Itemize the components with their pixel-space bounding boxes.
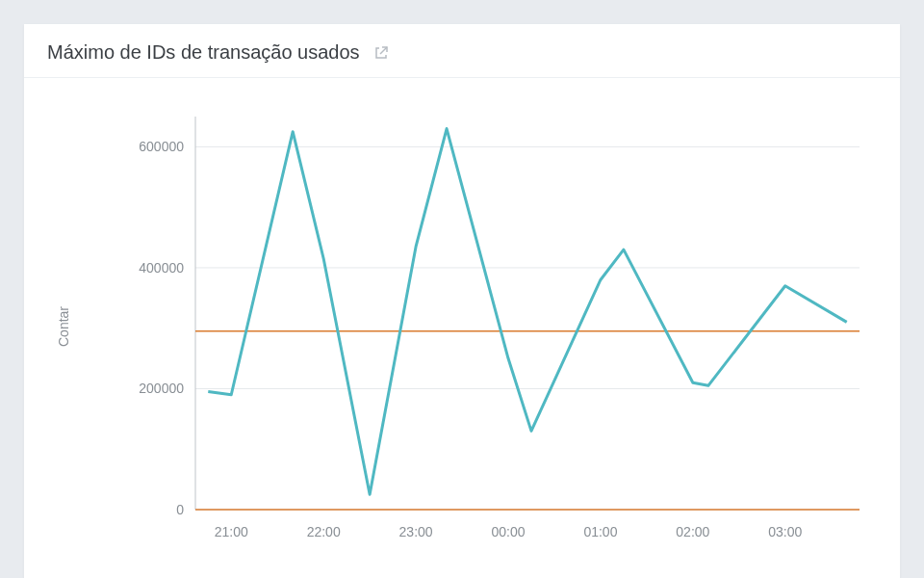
chart-svg: 020000040000060000021:0022:0023:0000:000… bbox=[109, 105, 869, 558]
x-tick-label: 00:00 bbox=[491, 524, 525, 539]
y-tick-label: 0 bbox=[176, 502, 184, 517]
x-tick-label: 01:00 bbox=[583, 524, 617, 539]
data-series-line bbox=[208, 129, 846, 495]
chart-card: Máximo de IDs de transação usados Contar… bbox=[24, 24, 900, 578]
y-tick-label: 200000 bbox=[139, 381, 184, 396]
plot-area: 020000040000060000021:0022:0023:0000:000… bbox=[109, 105, 881, 558]
x-tick-label: 21:00 bbox=[215, 524, 248, 539]
x-tick-label: 02:00 bbox=[676, 524, 709, 539]
y-axis-label: Contar bbox=[56, 305, 71, 346]
x-tick-label: 22:00 bbox=[307, 524, 341, 539]
external-link-icon[interactable] bbox=[373, 45, 389, 61]
chart-body: Contar 020000040000060000021:0022:0023:0… bbox=[24, 78, 900, 574]
x-tick-label: 03:00 bbox=[768, 524, 802, 539]
card-header: Máximo de IDs de transação usados bbox=[24, 24, 900, 78]
y-tick-label: 400000 bbox=[139, 260, 184, 276]
x-tick-label: 23:00 bbox=[399, 524, 433, 539]
chart-title: Máximo de IDs de transação usados bbox=[47, 41, 360, 64]
y-tick-label: 600000 bbox=[139, 139, 184, 154]
